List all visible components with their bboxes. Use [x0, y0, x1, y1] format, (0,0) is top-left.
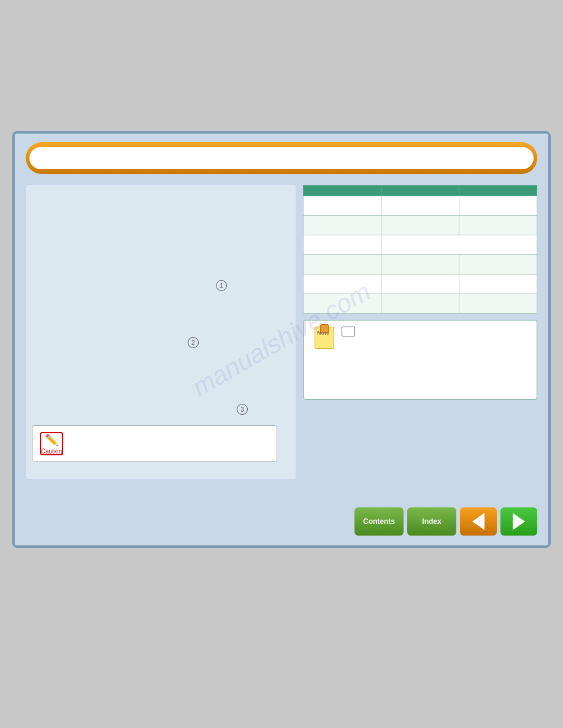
- table-cell: [304, 196, 381, 216]
- table-cell: [459, 216, 537, 235]
- title-bar: [26, 142, 537, 174]
- table-row: [304, 196, 537, 216]
- table-row: [304, 255, 537, 275]
- caution-box: ✏️ Caution: [32, 425, 277, 462]
- index-button[interactable]: Index: [407, 507, 456, 536]
- table-cell: [381, 235, 537, 255]
- prev-button[interactable]: [460, 507, 497, 536]
- table-cell: [381, 216, 459, 235]
- table-row: [304, 294, 537, 314]
- table-cell: [381, 196, 459, 216]
- circle-marker-3: 3: [237, 404, 248, 415]
- caution-label: Caution: [41, 448, 62, 455]
- contents-button[interactable]: Contents: [354, 507, 404, 536]
- table-cell: [304, 235, 381, 255]
- note-box: Note: [303, 320, 537, 400]
- pencil-icon: ✏️: [45, 433, 58, 447]
- bottom-nav: Contents Index: [354, 507, 537, 536]
- note-clip: [320, 324, 329, 333]
- caution-icon: ✏️ Caution: [40, 432, 63, 455]
- envelope-icon: [342, 327, 355, 336]
- table-cell: [459, 196, 537, 216]
- table-cell: [304, 275, 381, 294]
- left-panel: 1 2 3 ✏️ Caution: [26, 185, 296, 479]
- arrow-left-icon: [472, 513, 484, 530]
- note-icon: Note: [312, 327, 337, 351]
- table-header-col3: [459, 186, 537, 196]
- title-inner: [29, 147, 534, 169]
- table-cell: [459, 275, 537, 294]
- note-icon-wrapper: Note: [312, 327, 528, 376]
- circle-marker-2: 2: [188, 337, 199, 348]
- table-cell: [381, 275, 459, 294]
- table-cell: [381, 255, 459, 275]
- table-cell: [304, 255, 381, 275]
- main-container: manualshive.com 1 2 3: [12, 131, 551, 548]
- note-text-area: [342, 327, 528, 376]
- arrow-right-icon: [513, 513, 525, 530]
- content-area: 1 2 3 ✏️ Caution: [15, 180, 548, 512]
- table-row: [304, 216, 537, 235]
- table-row: [304, 235, 537, 255]
- right-panel: Note: [303, 185, 537, 507]
- table-cell: [304, 216, 381, 235]
- table-cell: [459, 294, 537, 314]
- table-header-col1: [304, 186, 381, 196]
- table-cell: [459, 255, 537, 275]
- table-header-col2: [381, 186, 459, 196]
- table-cell: [381, 294, 459, 314]
- next-button[interactable]: [500, 507, 537, 536]
- data-table: [303, 185, 537, 314]
- table-cell: [304, 294, 381, 314]
- table-row: [304, 275, 537, 294]
- circle-marker-1: 1: [216, 280, 227, 291]
